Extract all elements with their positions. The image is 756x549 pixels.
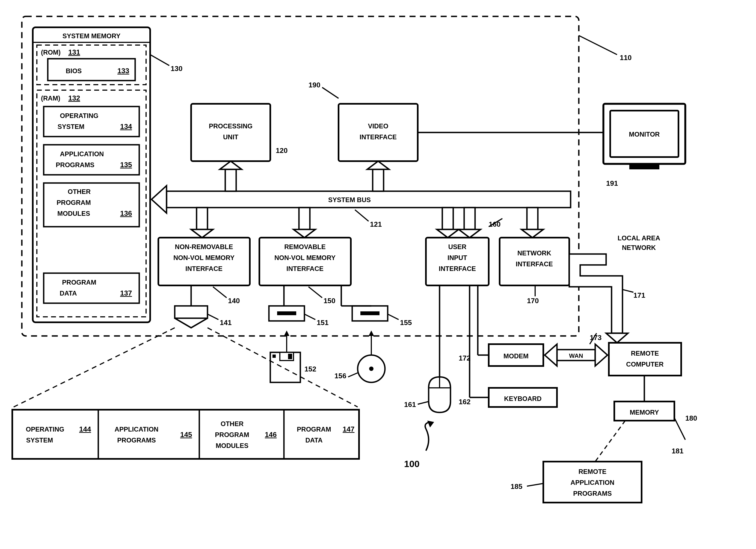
monitor-num: 191 [606,179,618,187]
svg-text:USER: USER [448,243,467,250]
svg-rect-38 [197,207,207,229]
svg-line-119 [14,328,175,407]
svg-rect-71 [360,312,380,315]
svg-text:VIDEO: VIDEO [368,122,389,130]
computer-box-num: 110 [620,54,632,62]
svg-text:NON-VOL MEMORY: NON-VOL MEMORY [274,254,336,261]
svg-line-118 [527,483,543,486]
svg-text:REMOVABLE: REMOVABLE [284,243,326,250]
svg-text:INTERFACE: INTERFACE [286,265,324,272]
svg-text:DATA: DATA [305,437,322,444]
computer-dashed-outline [22,16,579,336]
svg-rect-54 [464,207,475,229]
svg-rect-30 [225,169,236,191]
svg-marker-99 [595,344,607,366]
svg-point-81 [369,367,373,371]
svg-line-47 [309,287,322,298]
svg-text:KEYBOARD: KEYBOARD [504,395,541,402]
svg-rect-18 [339,104,418,161]
svg-text:INPUT: INPUT [447,254,467,261]
svg-text:OPERATING: OPERATING [26,426,64,433]
svg-rect-52 [442,207,453,229]
svg-text:INTERFACE: INTERFACE [439,265,476,272]
svg-text:INTERFACE: INTERFACE [185,265,223,272]
processing-unit-num: 120 [276,146,287,155]
non-removable-interface: NON-REMOVABLE NON-VOL MEMORY INTERFACE [158,237,250,286]
svg-text:PROGRAMS: PROGRAMS [117,437,156,444]
svg-text:144: 144 [79,425,91,433]
other-l3: MODULES [57,210,90,217]
svg-line-4 [579,35,617,55]
svg-text:REMOTE: REMOTE [579,468,607,475]
rom-label: (ROM) [41,49,61,56]
svg-rect-76 [288,354,292,359]
system-memory: SYSTEM MEMORY (ROM) 131 BIOS 133 (RAM) 1… [33,27,150,322]
svg-text:REMOTE: REMOTE [631,350,659,357]
svg-line-73 [388,314,399,320]
computer-architecture-diagram: 110 SYSTEM MEMORY (ROM) 131 BIOS 133 (RA… [0,0,756,549]
other-l2: PROGRAM [57,199,91,206]
svg-text:NON-REMOVABLE: NON-REMOVABLE [175,243,233,250]
svg-rect-10 [44,106,139,136]
system-memory-num: 130 [171,64,182,73]
os-l2: SYSTEM [58,123,85,130]
wan-arrow: WAN [545,344,607,366]
ram-num: 132 [68,94,80,102]
svg-rect-32 [373,169,384,191]
svg-marker-98 [545,344,557,366]
svg-line-112 [674,418,685,440]
mouse-num: 161 [404,401,416,409]
remote-application-programs: REMOTE APPLICATION PROGRAMS [543,462,642,503]
svg-text:INTERFACE: INTERFACE [360,133,397,141]
svg-text:UNIT: UNIT [223,133,238,141]
svg-line-14 [150,55,169,66]
bios-num: 133 [117,67,129,75]
pdata-l1: PROGRAM [62,279,96,286]
processing-unit: PROCESSING UNIT [191,104,270,161]
svg-text:INTERFACE: INTERFACE [516,260,553,268]
svg-text:PROCESSING: PROCESSING [209,122,253,130]
apps-l2: PROGRAMS [56,161,94,168]
cd-drive-icon [341,286,388,321]
svg-text:WAN: WAN [569,352,583,359]
memory-num: 181 [672,447,683,455]
system-bus: SYSTEM BUS [152,186,571,213]
floppy-disk-num: 152 [304,365,316,373]
svg-line-113 [595,421,625,462]
svg-marker-53 [437,229,459,237]
apps-l1: APPLICATION [60,150,104,158]
svg-rect-11 [44,145,139,175]
lan-arrow: LOCAL AREA NETWORK [569,234,660,343]
hdd-num: 141 [220,319,232,327]
svg-marker-39 [191,229,213,237]
svg-rect-77 [272,355,276,358]
svg-text:APPLICATION: APPLICATION [115,426,159,433]
svg-text:MODULES: MODULES [216,442,248,449]
svg-line-105 [622,290,633,292]
svg-text:PROGRAMS: PROGRAMS [573,490,612,497]
svg-line-88 [418,402,429,404]
svg-rect-60 [527,207,538,229]
network-interface: NETWORK INTERFACE [500,237,569,286]
svg-marker-55 [459,229,481,237]
svg-line-64 [207,314,218,320]
svg-text:MONITOR: MONITOR [629,130,660,138]
bus-to-netif-arrow [521,207,543,237]
pdata-num: 137 [120,289,132,297]
svg-rect-25 [629,164,659,169]
modem-num: 172 [459,354,470,362]
user-input-interface: USER INPUT INTERFACE [426,237,489,286]
bus-to-proc-arrow [220,161,242,191]
svg-text:NETWORK: NETWORK [517,249,552,257]
svg-line-84 [348,373,358,377]
svg-text:PROGRAM: PROGRAM [215,431,249,438]
userinput-num: 160 [489,220,500,228]
cd-num: 156 [334,372,346,380]
svg-marker-33 [367,161,389,169]
keyboard-num: 162 [459,398,470,406]
svg-marker-27 [152,186,167,213]
system-bus-num: 121 [370,220,382,228]
os-num: 134 [120,122,132,130]
svg-text:MEMORY: MEMORY [630,409,659,416]
floppy-drive-num: 151 [317,319,328,327]
